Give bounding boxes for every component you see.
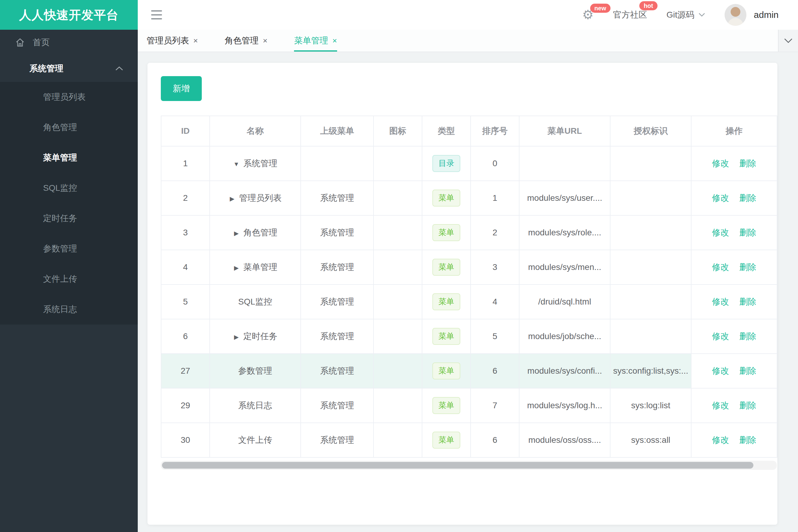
cell-type: 菜单 (422, 285, 470, 319)
cell-icon (373, 388, 422, 423)
type-badge: 目录 (432, 155, 460, 172)
community-link[interactable]: 官方社区 hot (613, 9, 647, 21)
table-row: 29 系统日志 系统管理 菜单 7 modules/sys/log.h... s… (161, 388, 777, 423)
sidebar-item[interactable]: SQL监控 (0, 173, 138, 203)
delete-link[interactable]: 删除 (739, 401, 757, 410)
cell-type: 菜单 (422, 319, 470, 354)
close-icon[interactable]: × (263, 36, 267, 45)
cell-ops: 修改删除 (691, 215, 777, 250)
cell-type: 目录 (422, 146, 470, 181)
sidebar-item[interactable]: 管理员列表 (0, 82, 138, 112)
expand-caret-icon[interactable]: ▼ (233, 161, 240, 168)
edit-link[interactable]: 修改 (712, 159, 729, 168)
type-badge: 菜单 (432, 190, 460, 206)
delete-link[interactable]: 删除 (739, 228, 757, 237)
delete-link[interactable]: 删除 (739, 331, 757, 341)
sidebar-item[interactable]: 定时任务 (0, 203, 138, 233)
cell-url: modules/sys/log.h... (519, 388, 610, 423)
cell-type: 菜单 (422, 215, 470, 250)
cell-perms: sys:oss:all (610, 423, 691, 457)
sidebar-item[interactable]: 菜单管理 (0, 142, 138, 173)
cell-order: 2 (470, 215, 519, 250)
git-source-dropdown[interactable]: Git源码 (667, 9, 705, 21)
edit-link[interactable]: 修改 (712, 228, 729, 237)
cell-url (519, 146, 610, 181)
cell-id: 1 (161, 146, 210, 181)
horizontal-scrollbar (161, 461, 777, 470)
hamburger-menu-icon[interactable] (151, 10, 162, 19)
sidebar-item-home[interactable]: 首页 (0, 30, 138, 55)
app-logo: 人人快速开发平台 (0, 0, 138, 30)
edit-link[interactable]: 修改 (712, 262, 729, 272)
cell-id: 5 (161, 285, 210, 319)
cell-id: 3 (161, 215, 210, 250)
col-header-name: 名称 (210, 116, 301, 146)
sidebar-item[interactable]: 角色管理 (0, 112, 138, 142)
tab[interactable]: 管理员列表× (147, 30, 198, 52)
expand-caret-icon[interactable]: ▶ (233, 264, 240, 271)
sidebar-group-label: 系统管理 (30, 63, 63, 74)
cell-id: 2 (161, 181, 210, 215)
cell-name: 文件上传 (210, 423, 301, 457)
cell-ops: 修改删除 (691, 319, 777, 354)
settings-gear-button[interactable]: ⚙︎ new (582, 8, 594, 21)
col-header-icon: 图标 (373, 116, 422, 146)
add-button[interactable]: 新增 (161, 76, 202, 101)
expand-caret-icon[interactable]: ▶ (233, 333, 240, 341)
delete-link[interactable]: 删除 (739, 435, 757, 445)
edit-link[interactable]: 修改 (712, 297, 729, 306)
cell-url: /druid/sql.html (519, 285, 610, 319)
menu-table: ID 名称 上级菜单 图标 类型 排序号 菜单URL 授权标识 操作 1 ▼系统… (161, 116, 777, 458)
cell-ops: 修改删除 (691, 181, 777, 215)
sidebar-item[interactable]: 系统日志 (0, 294, 138, 325)
home-icon (15, 38, 25, 47)
delete-link[interactable]: 删除 (739, 366, 757, 376)
cell-ops: 修改删除 (691, 285, 777, 319)
type-badge: 菜单 (432, 397, 460, 414)
hot-badge: hot (639, 1, 657, 10)
sidebar-item[interactable]: 参数管理 (0, 233, 138, 264)
edit-link[interactable]: 修改 (712, 193, 729, 203)
delete-link[interactable]: 删除 (739, 262, 757, 272)
cell-perms: sys:log:list (610, 388, 691, 423)
avatar[interactable] (725, 4, 746, 26)
cell-url: modules/sys/confi... (519, 354, 610, 388)
edit-link[interactable]: 修改 (712, 331, 729, 341)
delete-link[interactable]: 删除 (739, 193, 757, 203)
cell-name: ▶菜单管理 (210, 250, 301, 285)
expand-caret-icon[interactable]: ▶ (229, 195, 236, 202)
topbar: ⚙︎ new 官方社区 hot Git源码 admin (138, 0, 798, 30)
delete-link[interactable]: 删除 (739, 297, 757, 306)
cell-id: 27 (161, 354, 210, 388)
col-header-ops: 操作 (691, 116, 777, 146)
cell-icon (373, 285, 422, 319)
table-row: 1 ▼系统管理 目录 0 修改删除 (161, 146, 777, 181)
type-badge: 菜单 (432, 328, 460, 345)
cell-name: ▶管理员列表 (210, 181, 301, 215)
edit-link[interactable]: 修改 (712, 366, 729, 376)
sidebar-item[interactable]: 文件上传 (0, 264, 138, 294)
type-badge: 菜单 (432, 362, 460, 379)
tabs-overflow-button[interactable] (778, 30, 798, 52)
close-icon[interactable]: × (332, 36, 337, 45)
col-header-id: ID (161, 116, 210, 146)
cell-order: 7 (470, 388, 519, 423)
tab[interactable]: 菜单管理× (294, 30, 337, 52)
cell-order: 6 (470, 423, 519, 457)
table-row: 4 ▶菜单管理 系统管理 菜单 3 modules/sys/men... 修改删… (161, 250, 777, 285)
sidebar-group-system[interactable]: 系统管理 (0, 55, 138, 82)
delete-link[interactable]: 删除 (739, 159, 757, 168)
cell-icon (373, 354, 422, 388)
username: admin (754, 10, 779, 20)
edit-link[interactable]: 修改 (712, 401, 729, 410)
edit-link[interactable]: 修改 (712, 435, 729, 445)
cell-name: 参数管理 (210, 354, 301, 388)
close-icon[interactable]: × (193, 36, 198, 45)
expand-caret-icon[interactable]: ▶ (233, 230, 240, 237)
cell-ops: 修改删除 (691, 250, 777, 285)
scrollbar-thumb[interactable] (162, 462, 754, 469)
type-badge: 菜单 (432, 293, 460, 310)
cell-order: 6 (470, 354, 519, 388)
cell-order: 3 (470, 250, 519, 285)
tab[interactable]: 角色管理× (224, 30, 267, 52)
